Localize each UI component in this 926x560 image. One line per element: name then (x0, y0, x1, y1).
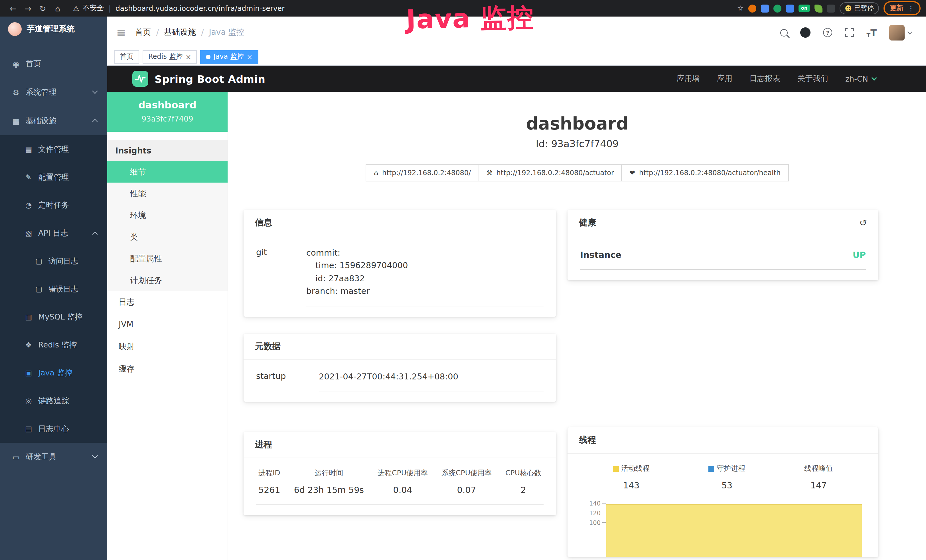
sba-nav-journal[interactable]: 日志报表 (749, 74, 780, 84)
admin-menu: ◉ 首页 ⚙ 系统管理 ▦ 基础设施 ▤ 文件管理 (0, 50, 107, 471)
extension-icon-1[interactable] (748, 4, 756, 12)
fullscreen-icon[interactable] (845, 28, 854, 37)
font-size-icon[interactable]: TT (867, 27, 877, 38)
process-col-syscpu: 系统CPU使用率 0.07 (442, 469, 492, 495)
github-icon[interactable] (800, 27, 811, 38)
process-table: 进程ID 5261 运行时间 6d 23h 15m 59s (256, 469, 543, 505)
close-icon[interactable]: × (247, 53, 253, 60)
tab-redis-monitor[interactable]: Redis 监控 × (142, 50, 197, 64)
sba-item-jvm[interactable]: JVM (107, 313, 228, 336)
actuator-url-link[interactable]: ⚒ http://192.168.0.2:48080/actuator (478, 164, 622, 182)
service-url-link[interactable]: ⌂ http://192.168.0.2:48080/ (366, 164, 479, 182)
sba-root-list: 日志 JVM 映射 缓存 (107, 291, 228, 380)
sidebar-item-home[interactable]: ◉ 首页 (0, 50, 107, 78)
reload-icon[interactable]: ↻ (35, 4, 50, 13)
health-url-link[interactable]: ❤ http://192.168.0.2:48080/actuator/heal… (622, 164, 788, 182)
cards-grid: 信息 git commit: time: 1596289704000 id: 2… (244, 210, 926, 557)
sidebar-item-file-management[interactable]: ▤ 文件管理 (0, 135, 107, 163)
sba-sidebar: dashboard 93a3fc7f7409 Insights 细节 性能 环境… (107, 92, 228, 560)
extension-on-icon[interactable]: on (799, 5, 810, 12)
extension-icon-2[interactable] (761, 4, 769, 12)
sba-nav-about[interactable]: 关于我们 (797, 74, 828, 84)
search-icon[interactable] (781, 29, 788, 36)
sba-locale-select[interactable]: zh-CN (845, 74, 876, 83)
sidebar-item-java-monitor[interactable]: ▣ Java 监控 (0, 359, 107, 387)
sba-nav-applications[interactable]: 应用 (717, 74, 732, 84)
spring-boot-admin: Spring Boot Admin 应用墙 应用 日志报表 关于我们 zh-CN (107, 66, 926, 560)
chevron-up-icon (92, 232, 98, 237)
breadcrumb-home[interactable]: 首页 (135, 27, 151, 38)
tab-home[interactable]: 首页 (114, 50, 139, 64)
browser-home-icon[interactable]: ⌂ (50, 4, 65, 13)
extension-icon-3[interactable] (773, 4, 781, 12)
heart-icon: ❤ (629, 169, 635, 177)
back-icon[interactable]: ← (6, 4, 21, 13)
close-icon[interactable]: × (185, 53, 191, 60)
sidebar-item-dev-tools[interactable]: ▭ 研发工具 (0, 443, 107, 471)
dashboard-icon: ◉ (11, 60, 21, 68)
sba-app-name: dashboard (112, 99, 223, 111)
sidebar-item-redis-monitor[interactable]: ❖ Redis 监控 (0, 331, 107, 359)
chrome-update-button[interactable]: 更新 ⋮ (884, 1, 921, 15)
sidebar-section-insights: Insights (107, 140, 228, 161)
infrastructure-submenu: ▤ 文件管理 ✎ 配置管理 ◔ 定时任务 ▧ API 日志 (0, 135, 107, 443)
forward-icon[interactable]: → (21, 4, 35, 13)
sba-item-caches[interactable]: 缓存 (107, 358, 228, 380)
process-col-pid: 进程ID 5261 (259, 469, 280, 495)
metadata-card: 元数据 startup 2021-04-27T00:44:31.254+08:0… (244, 334, 556, 402)
sba-item-performance[interactable]: 性能 (107, 183, 228, 204)
sidebar-item-api-logs[interactable]: ▧ API 日志 (0, 219, 107, 247)
sba-item-logs[interactable]: 日志 (107, 291, 228, 313)
instance-links: ⌂ http://192.168.0.2:48080/ ⚒ http://192… (228, 164, 926, 182)
security-label: 不安全 (83, 3, 104, 13)
sba-content: dashboard Id: 93a3fc7f7409 ⌂ http://192.… (228, 92, 926, 560)
health-row-instance[interactable]: Instance UP (580, 247, 866, 270)
sba-item-scheduled-tasks[interactable]: 计划任务 (107, 269, 228, 291)
health-card: 健康 ↺ Instance UP (567, 210, 878, 280)
extension-leaf-icon[interactable] (814, 4, 823, 12)
extension-puzzle-icon[interactable] (827, 4, 835, 12)
process-col-uptime: 运行时间 6d 23h 15m 59s (294, 469, 364, 495)
threads-legend: 活动线程 143 守护进程 (580, 464, 866, 491)
sidebar-item-error-log[interactable]: ▢ 错误日志 (0, 275, 107, 303)
sba-item-mappings[interactable]: 映射 (107, 336, 228, 358)
sba-item-config-props[interactable]: 配置属性 (107, 248, 228, 269)
chevron-down-icon (908, 29, 912, 34)
home-link-icon: ⌂ (374, 169, 378, 177)
admin-main: ≡ 首页 / 基础设施 / Java 监控 ? TT (107, 17, 926, 560)
address-bar[interactable]: ⚠ 不安全 | dashboard.yudao.iocoder.cn/infra… (73, 3, 284, 13)
hamburger-icon[interactable]: ≡ (117, 26, 126, 39)
extension-icon-4[interactable] (786, 4, 794, 12)
browser-menu-dots-icon[interactable]: ⋮ (908, 4, 914, 12)
tab-java-monitor[interactable]: Java 监控 × (200, 50, 258, 64)
sidebar-item-log-center[interactable]: ▤ 日志中心 (0, 415, 107, 443)
info-card: 信息 git commit: time: 1596289704000 id: 2… (244, 210, 556, 317)
sba-app-block[interactable]: dashboard 93a3fc7f7409 (107, 92, 228, 132)
sba-nav-wallboard[interactable]: 应用墙 (677, 74, 700, 84)
sba-item-classes[interactable]: 类 (107, 226, 228, 248)
info-row-git: git commit: time: 1596289704000 id: 27aa… (256, 247, 543, 306)
sidebar-item-access-log[interactable]: ▢ 访问日志 (0, 247, 107, 275)
sidebar-item-scheduled-jobs[interactable]: ◔ 定时任务 (0, 191, 107, 219)
user-avatar[interactable] (889, 25, 905, 40)
sidebar-item-config-management[interactable]: ✎ 配置管理 (0, 163, 107, 191)
sidebar-item-mysql-monitor[interactable]: ▥ MySQL 监控 (0, 303, 107, 331)
breadcrumb-infrastructure[interactable]: 基础设施 (164, 27, 196, 38)
sba-item-details[interactable]: 细节 (107, 161, 228, 183)
user-menu[interactable] (889, 25, 911, 40)
threads-chart: 140 120 100 (580, 498, 866, 557)
update-label: 更新 (890, 3, 903, 13)
sidebar-item-trace[interactable]: ◎ 链路追踪 (0, 387, 107, 415)
sidebar-item-system-management[interactable]: ⚙ 系统管理 (0, 78, 107, 107)
sidebar-item-infrastructure[interactable]: ▦ 基础设施 (0, 107, 107, 135)
legend-daemon-threads: 守护进程 53 (709, 464, 745, 491)
extension-paused-badge[interactable]: ☻ 已暂停 (840, 2, 879, 14)
metadata-row-startup: startup 2021-04-27T00:44:31.254+08:00 (256, 370, 543, 392)
bookmark-star-icon[interactable]: ☆ (737, 4, 744, 12)
history-icon[interactable]: ↺ (859, 217, 867, 228)
gear-icon: ⚙ (11, 88, 21, 97)
app-title: 芋道管理系统 (27, 24, 75, 34)
help-icon[interactable]: ? (823, 28, 832, 37)
sba-item-environment[interactable]: 环境 (107, 204, 228, 226)
chevron-up-icon (92, 119, 98, 125)
